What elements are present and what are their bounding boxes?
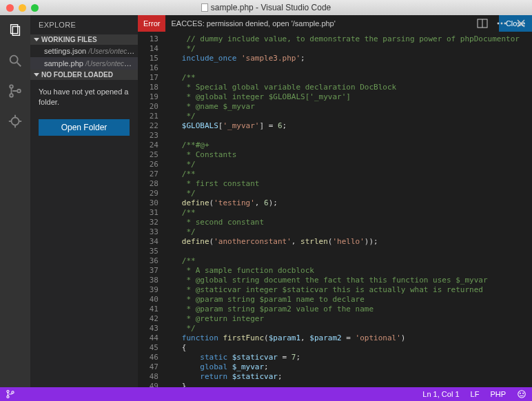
svg-point-23 [520, 393, 520, 393]
close-icon[interactable] [515, 18, 526, 29]
search-icon[interactable] [7, 52, 23, 69]
activity-bar [0, 15, 30, 387]
svg-line-3 [17, 63, 21, 67]
feedback-icon[interactable] [511, 387, 532, 401]
zoom-window-icon[interactable] [31, 4, 39, 12]
svg-point-5 [10, 94, 13, 97]
close-window-icon[interactable] [6, 4, 14, 12]
status-line-col[interactable]: Ln 1, Col 1 [417, 387, 464, 401]
svg-rect-0 [11, 25, 18, 34]
svg-point-21 [12, 391, 14, 393]
working-files-header[interactable]: WORKING FILES [30, 34, 138, 45]
no-folder-message: You have not yet opened a folder. [30, 80, 138, 115]
svg-point-15 [501, 23, 503, 25]
files-icon[interactable] [7, 22, 23, 39]
sidebar-title: EXPLORE [30, 15, 138, 34]
open-folder-button[interactable]: Open Folder [39, 119, 130, 136]
svg-point-24 [523, 393, 524, 393]
error-badge: Error [138, 15, 165, 32]
window-controls [0, 4, 39, 12]
titlebar: sample.php - Visual Studio Code [0, 0, 532, 15]
split-editor-icon[interactable] [477, 18, 488, 29]
svg-rect-1 [12, 27, 19, 36]
svg-point-19 [7, 390, 9, 392]
file-icon [201, 3, 208, 12]
notification-bar: Error EACCES: permission denied, open '/… [138, 15, 532, 32]
working-file-item[interactable]: settings.json /Users/ontecni... [30, 45, 138, 57]
svg-point-22 [518, 391, 526, 398]
editor: Error EACCES: permission denied, open '/… [138, 15, 532, 387]
svg-point-20 [7, 395, 9, 398]
source-control-icon[interactable] [7, 83, 23, 99]
no-folder-header[interactable]: NO FOLDER LOADED [30, 70, 138, 80]
svg-point-14 [498, 23, 500, 25]
code-content[interactable]: // dummy include value, to demonstrate t… [168, 34, 532, 387]
working-file-item[interactable]: sample.php /Users/ontecni/... [30, 57, 138, 70]
window-title: sample.php - Visual Studio Code [0, 3, 532, 12]
svg-point-16 [504, 23, 507, 25]
git-branch-icon[interactable] [0, 387, 21, 401]
debug-icon[interactable] [7, 113, 23, 130]
minimize-window-icon[interactable] [19, 4, 26, 12]
error-message: EACCES: permission denied, open '/sample… [165, 19, 498, 28]
svg-point-2 [10, 56, 18, 63]
status-encoding[interactable]: LF [465, 387, 485, 401]
svg-point-4 [10, 85, 13, 88]
code-area[interactable]: 1314151617181920212223242526272829303132… [138, 34, 532, 387]
svg-point-6 [17, 90, 21, 93]
sidebar: EXPLORE WORKING FILES settings.json /Use… [30, 15, 138, 387]
more-icon[interactable] [496, 18, 507, 29]
line-numbers: 1314151617181920212223242526272829303132… [138, 34, 168, 387]
status-bar: Ln 1, Col 1 LF PHP [0, 387, 532, 401]
svg-point-7 [12, 118, 19, 125]
status-language[interactable]: PHP [484, 387, 511, 401]
